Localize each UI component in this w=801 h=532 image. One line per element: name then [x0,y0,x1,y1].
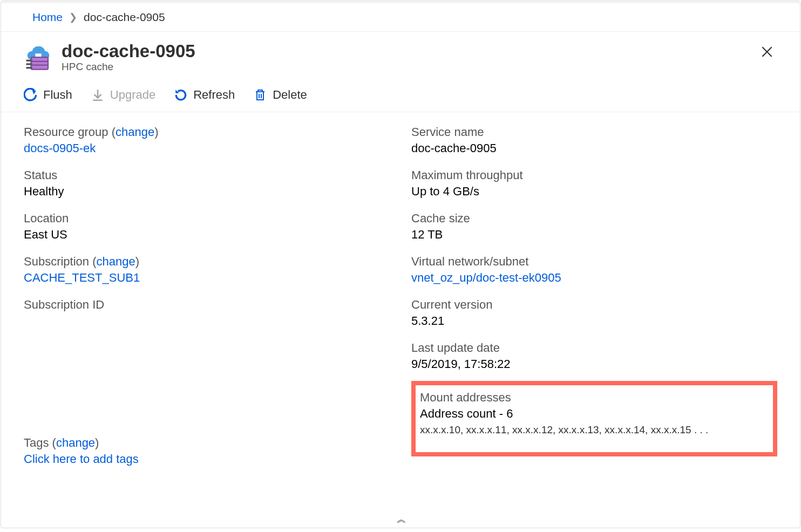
max-throughput-property: Maximum throughput Up to 4 GB/s [411,168,777,199]
subscription-value[interactable]: CACHE_TEST_SUB1 [24,271,390,285]
vnet-value[interactable]: vnet_oz_up/doc-test-ek0905 [411,271,777,285]
location-label: Location [24,212,390,226]
page-header: doc-cache-0905 HPC cache [1,31,800,78]
mount-addresses-count: Address count - 6 [420,407,768,421]
resource-group-property: Resource group (change) docs-0905-ek [24,125,390,155]
page-title: doc-cache-0905 [62,42,195,61]
toolbar: Flush Upgrade Refresh Delete [1,78,800,112]
resource-group-value[interactable]: docs-0905-ek [24,141,390,155]
cache-size-value: 12 TB [411,228,777,242]
upgrade-label: Upgrade [110,88,155,102]
mount-addresses-label: Mount addresses [420,391,768,405]
resource-group-label: Resource group (change) [24,125,390,139]
chevron-right-icon: ❯ [67,11,79,23]
properties-area: Resource group (change) docs-0905-ek Sta… [1,112,800,479]
flush-button[interactable]: Flush [24,88,72,102]
svg-rect-4 [26,63,32,65]
vnet-property: Virtual network/subnet vnet_oz_up/doc-te… [411,255,777,285]
tags-change-link[interactable]: change [56,436,95,449]
mount-addresses-list: xx.x.x.10, xx.x.x.11, xx.x.x.12, xx.x.x.… [420,424,768,436]
tags-property: Tags (change) Click here to add tags [24,436,390,466]
delete-icon [253,88,267,102]
resource-group-change-link[interactable]: change [116,125,154,139]
breadcrumb-home-link[interactable]: Home [32,11,63,24]
subscription-change-link[interactable]: change [97,255,135,268]
current-version-property: Current version 5.3.21 [411,298,777,328]
properties-right-column: Service name doc-cache-0905 Maximum thro… [411,125,777,479]
svg-rect-5 [26,67,32,69]
cache-size-label: Cache size [411,212,777,226]
expand-caret-icon[interactable]: ︽ [397,513,404,526]
service-name-property: Service name doc-cache-0905 [411,125,777,155]
status-label: Status [24,168,390,182]
svg-rect-3 [26,60,32,62]
subscription-id-label: Subscription ID [24,298,390,312]
last-update-value: 9/5/2019, 17:58:22 [411,357,777,371]
cache-size-property: Cache size 12 TB [411,212,777,242]
title-block: doc-cache-0905 HPC cache [62,42,195,73]
close-button[interactable] [757,42,777,65]
max-throughput-value: Up to 4 GB/s [411,185,777,199]
service-name-label: Service name [411,125,777,139]
delete-button[interactable]: Delete [253,88,307,102]
subscription-property: Subscription (change) CACHE_TEST_SUB1 [24,255,390,285]
flush-label: Flush [43,88,72,102]
refresh-icon [174,88,188,102]
tags-label: Tags (change) [24,436,390,450]
current-version-label: Current version [411,298,777,312]
svg-rect-0 [31,57,49,70]
hpc-cache-icon [24,43,53,72]
flush-icon [24,88,38,102]
current-version-value: 5.3.21 [411,314,777,328]
header-left: doc-cache-0905 HPC cache [24,42,195,73]
refresh-button[interactable]: Refresh [174,88,235,102]
breadcrumb: Home ❯ doc-cache-0905 [1,1,800,31]
main-frame: Home ❯ doc-cache-0905 doc-cache-0905 HPC… [1,1,800,528]
mount-addresses-property: Mount addresses Address count - 6 xx.x.x… [420,391,768,436]
status-value: Healthy [24,185,390,199]
location-property: Location East US [24,212,390,242]
max-throughput-label: Maximum throughput [411,168,777,182]
delete-label: Delete [273,88,307,102]
last-update-label: Last update date [411,341,777,355]
page-subtitle: HPC cache [62,61,195,73]
upgrade-button: Upgrade [91,88,155,102]
mount-addresses-highlight: Mount addresses Address count - 6 xx.x.x… [411,381,777,456]
refresh-label: Refresh [193,88,235,102]
tags-add-link[interactable]: Click here to add tags [24,452,390,466]
upgrade-icon [91,88,105,102]
service-name-value: doc-cache-0905 [411,141,777,155]
breadcrumb-current: doc-cache-0905 [84,11,165,24]
subscription-label: Subscription (change) [24,255,390,269]
vnet-label: Virtual network/subnet [411,255,777,269]
status-property: Status Healthy [24,168,390,199]
subscription-id-property: Subscription ID [24,298,390,312]
properties-left-column: Resource group (change) docs-0905-ek Sta… [24,125,390,479]
location-value: East US [24,228,390,242]
last-update-property: Last update date 9/5/2019, 17:58:22 [411,341,777,371]
